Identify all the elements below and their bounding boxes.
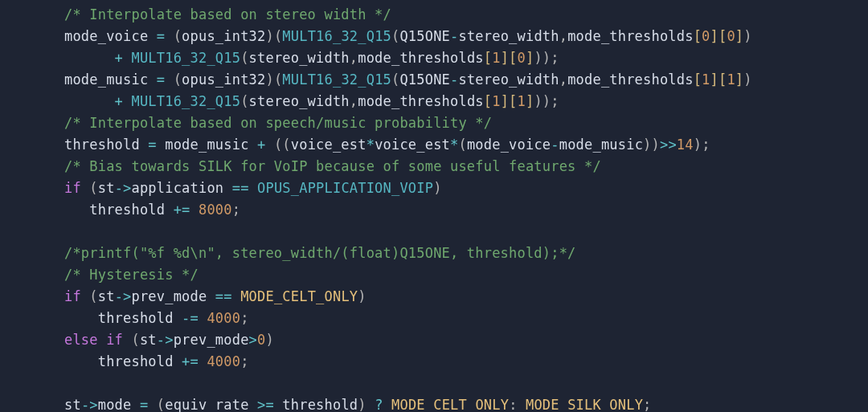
code-token — [190, 202, 199, 218]
code-token: MULT16_32_Q15 — [131, 93, 240, 109]
code-token: ] — [526, 93, 534, 109]
code-line: mode_music = (opus_int32)(MULT16_32_Q15(… — [64, 69, 868, 91]
code-token: 4000 — [207, 353, 240, 369]
code-token: [ — [694, 28, 702, 44]
code-token: if — [64, 288, 81, 304]
code-token: -> — [115, 288, 132, 304]
code-token: 8000 — [199, 202, 232, 218]
code-line — [64, 373, 868, 394]
code-line: threshold += 4000; — [64, 351, 868, 373]
code-token: ) — [358, 397, 366, 412]
code-token: - — [450, 28, 458, 44]
code-token: ); — [694, 137, 710, 153]
code-token: stereo_width — [458, 28, 559, 44]
code-token — [148, 397, 156, 412]
code-token — [123, 93, 131, 109]
code-token: )) — [643, 137, 660, 153]
code-token: OPUS_APPLICATION_VOIP — [257, 180, 433, 196]
code-token: voice_est — [291, 137, 366, 153]
code-token: 4000 — [207, 310, 240, 326]
code-token: )( — [265, 28, 282, 44]
code-token: += — [182, 353, 199, 369]
code-token: ) — [743, 71, 751, 88]
code-token: MULT16_32_Q15 — [282, 28, 391, 44]
code-token: > — [249, 332, 257, 348]
code-line: + MULT16_32_Q15(stereo_width,mode_thresh… — [64, 91, 868, 112]
code-token: st — [64, 397, 81, 412]
code-token: ][ — [710, 28, 727, 44]
code-token: , — [350, 93, 358, 109]
code-token: /* Interpolate based on stereo width */ — [64, 6, 391, 22]
code-token: ( — [131, 332, 139, 348]
code-line: /* Interpolate based on speech/music pro… — [64, 112, 868, 134]
code-token: MODE_SILK_ONLY — [526, 397, 643, 412]
code-token: = — [157, 71, 165, 88]
code-token: = — [148, 137, 156, 153]
code-token: st — [98, 180, 115, 196]
code-token: + — [115, 50, 123, 66]
code-token: ][ — [710, 71, 727, 88]
code-token: threshold — [64, 310, 182, 326]
code-token: 1 — [727, 71, 735, 88]
code-token: 14 — [677, 137, 694, 153]
code-token: 0 — [727, 28, 735, 44]
code-token: : — [509, 397, 517, 412]
code-token: >= — [257, 397, 274, 412]
code-token: -> — [115, 180, 132, 196]
code-token: ] — [735, 71, 743, 88]
code-line: if (st->application == OPUS_APPLICATION_… — [64, 177, 868, 199]
code-token: /* Hysteresis */ — [64, 267, 199, 283]
code-token: ? — [375, 397, 383, 412]
code-token — [81, 288, 89, 304]
code-token — [199, 310, 207, 326]
code-token: if — [64, 180, 81, 196]
code-token: ; — [240, 353, 248, 369]
code-line: /* Interpolate based on stereo width */ — [64, 4, 868, 26]
code-token: ][ — [501, 93, 518, 109]
code-token: 0 — [518, 50, 526, 66]
code-line: threshold += 8000; — [64, 199, 868, 221]
code-token: ( — [458, 137, 466, 153]
code-token: == — [232, 180, 249, 196]
code-token: stereo_width — [249, 50, 350, 66]
code-token: mode_voice — [467, 137, 551, 153]
code-token: , — [350, 50, 358, 66]
code-token — [64, 50, 115, 66]
code-token: stereo_width — [249, 93, 350, 109]
code-token: /* Interpolate based on speech/music pro… — [64, 115, 492, 131]
code-token: threshold — [64, 137, 148, 153]
code-token: ( — [89, 180, 97, 196]
code-token: Q15ONE — [399, 28, 450, 44]
code-token — [81, 180, 89, 196]
code-token: voice_est — [375, 137, 450, 153]
code-line: if (st->prev_mode == MODE_CELT_ONLY) — [64, 286, 868, 308]
code-line — [64, 221, 868, 243]
code-token: ) — [433, 180, 441, 196]
code-line: + MULT16_32_Q15(stereo_width,mode_thresh… — [64, 47, 868, 69]
code-token: 1 — [518, 93, 526, 109]
code-token — [165, 28, 173, 44]
code-token: )( — [265, 71, 282, 88]
code-token: opus_int32 — [182, 71, 265, 88]
code-token: else if — [64, 332, 123, 348]
code-token: 1 — [492, 93, 500, 109]
code-token: - — [551, 137, 559, 153]
code-token — [265, 137, 273, 153]
code-token: [ — [694, 71, 702, 88]
code-token: st — [140, 332, 157, 348]
code-token: MODE_CELT_ONLY — [391, 397, 509, 412]
code-line: else if (st->prev_mode>0) — [64, 329, 868, 351]
code-token: ( — [391, 71, 399, 88]
code-token: ][ — [501, 50, 518, 66]
code-token: MULT16_32_Q15 — [131, 50, 240, 66]
code-token: = — [157, 28, 165, 44]
code-token: * — [450, 137, 458, 153]
code-token: prev_mode — [132, 288, 215, 304]
code-token: ( — [240, 93, 248, 109]
code-token — [249, 180, 257, 196]
code-token: st — [98, 288, 115, 304]
code-token: -> — [157, 332, 174, 348]
code-token: ; — [232, 202, 240, 218]
code-line: /* Hysteresis */ — [64, 264, 868, 286]
code-token: threshold — [64, 353, 182, 369]
